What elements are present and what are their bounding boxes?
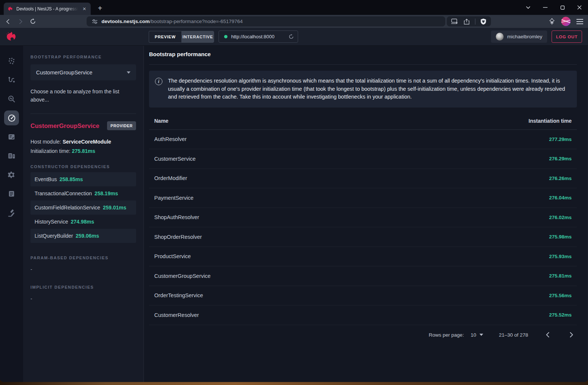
node-hint: Choose a node to analyze from the list a… [30, 88, 136, 104]
nav-routes-icon[interactable] [4, 73, 19, 87]
row-name: PaymentService [154, 195, 194, 201]
refresh-icon[interactable] [288, 34, 294, 39]
new-tab-button[interactable]: + [96, 4, 104, 13]
nav-inspect-icon[interactable] [4, 92, 19, 106]
panel-divider [30, 113, 136, 114]
table-row[interactable]: CustomerGroupService 275.81ms [149, 266, 577, 286]
address-bar[interactable]: devtools.nestjs.com/bootstrap-performanc… [87, 16, 445, 26]
dependency-item[interactable]: ListQueryBuilder 259.06ms [30, 229, 136, 243]
table-row[interactable]: OrderTestingService 275.56ms [149, 286, 577, 306]
row-name: CustomerGroupService [154, 273, 211, 279]
next-page-button[interactable] [567, 330, 576, 339]
share-icon[interactable] [463, 19, 470, 25]
param-deps-title: PARAM-BASED DEPENDENCIES [30, 256, 136, 260]
dependency-item[interactable]: EventBus 258.85ms [30, 172, 136, 186]
target-url: http://localhost:8000 [231, 34, 285, 39]
nestjs-logo-icon [5, 31, 18, 43]
table-row[interactable]: CustomerService 276.29ms [149, 149, 577, 169]
target-url-box[interactable]: http://localhost:8000 [219, 31, 298, 43]
chevron-down-icon [127, 71, 130, 74]
nav-modules-icon[interactable] [4, 148, 19, 163]
host-module-line: Host module: ServiceCoreModule [30, 137, 136, 147]
table-row[interactable]: OrderModifier 276.26ms [149, 169, 577, 189]
send-to-device-icon[interactable] [451, 19, 459, 24]
browser-tab[interactable]: Devtools | NestJS - A progressive ✕ [4, 3, 91, 15]
nav-bootstrap-performance-icon[interactable] [4, 110, 19, 125]
table-row[interactable]: ShopOrderResolver 275.98ms [149, 227, 577, 247]
window-minimize-button[interactable] [537, 1, 554, 13]
row-time: 276.04ms [549, 195, 572, 200]
table-row[interactable]: PaymentService 276.04ms [149, 188, 577, 208]
row-name: ProductService [154, 253, 191, 259]
dependency-name: CustomFieldRelationService [35, 205, 100, 211]
table-row[interactable]: ShopAuthResolver 276.02ms [149, 208, 577, 228]
profile-avatar[interactable] [561, 17, 571, 26]
panel-section-title: BOOTSTRAP PERFORMANCE [30, 55, 136, 59]
dependency-item[interactable]: HistoryService 274.98ms [30, 215, 136, 229]
app-logo[interactable] [0, 31, 23, 43]
dependency-time: 274.98ms [71, 219, 94, 225]
performance-table: Name Instantiation time AuthResolver 277… [149, 112, 577, 345]
reload-button[interactable] [29, 18, 36, 25]
page-range: 21–30 of 278 [499, 332, 528, 338]
tab-search-chevron-icon[interactable] [520, 1, 537, 13]
rows-per-page-select[interactable]: 10 [471, 332, 483, 338]
table-row[interactable]: CustomerResolver 275.52ms [149, 305, 577, 325]
preview-tab[interactable]: PREVIEW [149, 31, 181, 43]
nav-graph-icon[interactable] [4, 54, 19, 68]
window-maximize-button[interactable] [554, 1, 571, 13]
extensions-icon[interactable] [548, 18, 556, 25]
rows-per-page-value: 10 [471, 332, 476, 338]
previous-page-button[interactable] [543, 330, 552, 339]
back-button[interactable] [4, 18, 12, 25]
row-time: 276.02ms [549, 215, 572, 220]
table-body: AuthResolver 277.29ms CustomerService 27… [149, 130, 577, 325]
row-name: ShopAuthResolver [154, 214, 199, 220]
user-chip[interactable]: michaelbromley [491, 31, 547, 43]
logout-button[interactable]: LOG OUT [552, 31, 582, 43]
implicit-deps-empty: - [30, 296, 136, 302]
tab-title: Devtools | NestJS - A progressive [16, 6, 78, 12]
window-close-button[interactable] [571, 1, 588, 13]
toolbar-right [548, 17, 584, 26]
menu-icon[interactable] [576, 19, 584, 25]
table-row[interactable]: ProductService 275.93ms [149, 247, 577, 267]
table-row[interactable]: AuthResolver 277.29ms [149, 130, 577, 150]
node-select[interactable]: CustomerGroupService [30, 64, 136, 80]
url-text[interactable]: devtools.nestjs.com/bootstrap-performanc… [101, 19, 243, 24]
forward-button[interactable] [17, 18, 24, 25]
nav-audit-icon[interactable] [4, 205, 19, 220]
interactive-tab[interactable]: INTERACTIVE [181, 31, 214, 43]
table-header: Name Instantiation time [149, 112, 577, 130]
dependency-item[interactable]: CustomFieldRelationService 259.01ms [30, 200, 136, 215]
dependency-name: HistoryService [35, 219, 68, 225]
dependency-item[interactable]: TransactionalConnection 258.19ms [30, 186, 136, 200]
window-controls [520, 0, 588, 15]
node-details: Host module: ServiceCoreModule Initializ… [30, 137, 136, 155]
app-body: BOOTSTRAP PERFORMANCE CustomerGroupServi… [0, 46, 588, 382]
row-time: 275.93ms [549, 254, 572, 259]
pagination: Rows per page: 10 21–30 of 278 [149, 325, 577, 345]
node-select-value: CustomerGroupService [36, 70, 127, 76]
dependency-time: 258.85ms [59, 176, 83, 182]
tab-close-icon[interactable]: ✕ [81, 6, 88, 12]
toolbar-divider [475, 19, 475, 25]
nav-docs-icon[interactable] [4, 186, 19, 201]
row-time: 275.81ms [549, 273, 572, 279]
column-instantiation-time: Instantiation time [529, 118, 572, 124]
param-deps-empty: - [30, 266, 136, 272]
nav-checklist-icon[interactable] [4, 129, 19, 144]
implicit-deps-title: IMPLICIT DEPENDENCIES [30, 285, 136, 289]
row-name: OrderTestingService [154, 292, 203, 298]
brave-shields-icon[interactable] [480, 18, 487, 25]
info-banner: i The dependencies resolution algorithm … [149, 71, 577, 108]
site-settings-icon[interactable] [92, 19, 98, 24]
row-name: CustomerResolver [154, 312, 199, 318]
row-name: ShopOrderResolver [154, 234, 202, 240]
nav-settings-icon[interactable] [4, 167, 19, 182]
rows-per-page-label: Rows per page: [429, 332, 464, 338]
nav-rail [0, 46, 23, 382]
column-name: Name [154, 118, 168, 124]
sidebar-panel: BOOTSTRAP PERFORMANCE CustomerGroupServi… [23, 46, 144, 382]
row-name: CustomerService [154, 156, 196, 162]
